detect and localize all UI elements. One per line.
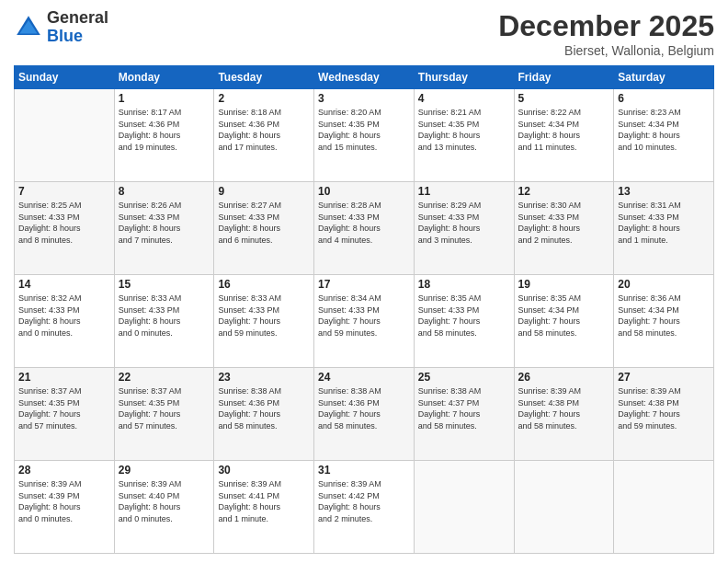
day-info: Sunrise: 8:26 AM Sunset: 4:33 PM Dayligh… [119, 200, 210, 246]
day-info: Sunrise: 8:39 AM Sunset: 4:38 PM Dayligh… [518, 385, 610, 431]
day-info: Sunrise: 8:17 AM Sunset: 4:36 PM Dayligh… [119, 107, 210, 153]
calendar-cell [15, 89, 115, 182]
column-header-saturday: Saturday [614, 66, 714, 89]
calendar-cell: 6Sunrise: 8:23 AM Sunset: 4:34 PM Daylig… [614, 89, 714, 182]
day-number: 13 [618, 185, 710, 198]
column-header-wednesday: Wednesday [314, 66, 415, 89]
day-number: 23 [218, 371, 310, 384]
calendar-cell: 29Sunrise: 8:39 AM Sunset: 4:40 PM Dayli… [114, 461, 214, 554]
day-info: Sunrise: 8:27 AM Sunset: 4:33 PM Dayligh… [218, 200, 310, 246]
calendar-cell: 16Sunrise: 8:33 AM Sunset: 4:33 PM Dayli… [214, 275, 314, 368]
calendar-cell: 2Sunrise: 8:18 AM Sunset: 4:36 PM Daylig… [214, 89, 314, 182]
day-number: 2 [218, 92, 310, 105]
day-number: 15 [119, 278, 210, 291]
calendar-cell: 28Sunrise: 8:39 AM Sunset: 4:39 PM Dayli… [15, 461, 115, 554]
day-info: Sunrise: 8:39 AM Sunset: 4:41 PM Dayligh… [218, 478, 310, 524]
day-info: Sunrise: 8:39 AM Sunset: 4:42 PM Dayligh… [318, 478, 410, 524]
day-number: 6 [618, 92, 710, 105]
day-info: Sunrise: 8:39 AM Sunset: 4:38 PM Dayligh… [618, 385, 710, 431]
day-info: Sunrise: 8:39 AM Sunset: 4:40 PM Dayligh… [119, 478, 210, 524]
logo: GeneralBlue [14, 9, 108, 46]
day-number: 28 [18, 464, 110, 477]
calendar-cell: 21Sunrise: 8:37 AM Sunset: 4:35 PM Dayli… [15, 368, 115, 461]
header: GeneralBlue December 2025 Bierset, Wallo… [14, 9, 714, 58]
calendar-cell: 18Sunrise: 8:35 AM Sunset: 4:33 PM Dayli… [414, 275, 514, 368]
calendar-cell: 31Sunrise: 8:39 AM Sunset: 4:42 PM Dayli… [314, 461, 415, 554]
calendar-cell: 27Sunrise: 8:39 AM Sunset: 4:38 PM Dayli… [614, 368, 714, 461]
calendar-cell [414, 461, 514, 554]
day-info: Sunrise: 8:34 AM Sunset: 4:33 PM Dayligh… [318, 293, 410, 339]
calendar-table: SundayMondayTuesdayWednesdayThursdayFrid… [14, 65, 714, 554]
calendar-cell: 26Sunrise: 8:39 AM Sunset: 4:38 PM Dayli… [514, 368, 614, 461]
day-info: Sunrise: 8:28 AM Sunset: 4:33 PM Dayligh… [318, 200, 410, 246]
day-number: 8 [119, 185, 210, 198]
calendar-cell: 12Sunrise: 8:30 AM Sunset: 4:33 PM Dayli… [514, 182, 614, 275]
location-subtitle: Bierset, Wallonia, Belgium [498, 43, 714, 58]
day-info: Sunrise: 8:33 AM Sunset: 4:33 PM Dayligh… [119, 293, 210, 339]
day-number: 20 [618, 278, 710, 291]
logo-text: GeneralBlue [47, 9, 108, 46]
day-number: 3 [318, 92, 410, 105]
calendar-cell: 23Sunrise: 8:38 AM Sunset: 4:36 PM Dayli… [214, 368, 314, 461]
day-info: Sunrise: 8:21 AM Sunset: 4:35 PM Dayligh… [418, 107, 510, 153]
column-header-sunday: Sunday [15, 66, 115, 89]
day-number: 5 [518, 92, 610, 105]
calendar-cell: 25Sunrise: 8:38 AM Sunset: 4:37 PM Dayli… [414, 368, 514, 461]
calendar-cell: 7Sunrise: 8:25 AM Sunset: 4:33 PM Daylig… [15, 182, 115, 275]
calendar-cell: 30Sunrise: 8:39 AM Sunset: 4:41 PM Dayli… [214, 461, 314, 554]
day-number: 7 [18, 185, 110, 198]
month-title: December 2025 [498, 9, 714, 43]
day-info: Sunrise: 8:37 AM Sunset: 4:35 PM Dayligh… [18, 385, 110, 431]
calendar-cell: 1Sunrise: 8:17 AM Sunset: 4:36 PM Daylig… [114, 89, 214, 182]
day-info: Sunrise: 8:35 AM Sunset: 4:34 PM Dayligh… [518, 293, 610, 339]
day-number: 12 [518, 185, 610, 198]
day-number: 18 [418, 278, 510, 291]
day-info: Sunrise: 8:22 AM Sunset: 4:34 PM Dayligh… [518, 107, 610, 153]
day-info: Sunrise: 8:37 AM Sunset: 4:35 PM Dayligh… [119, 385, 210, 431]
calendar-cell: 4Sunrise: 8:21 AM Sunset: 4:35 PM Daylig… [414, 89, 514, 182]
column-header-friday: Friday [514, 66, 614, 89]
day-number: 1 [119, 92, 210, 105]
column-header-tuesday: Tuesday [214, 66, 314, 89]
day-info: Sunrise: 8:29 AM Sunset: 4:33 PM Dayligh… [418, 200, 510, 246]
calendar-cell: 13Sunrise: 8:31 AM Sunset: 4:33 PM Dayli… [614, 182, 714, 275]
day-number: 10 [318, 185, 410, 198]
calendar-cell: 15Sunrise: 8:33 AM Sunset: 4:33 PM Dayli… [114, 275, 214, 368]
day-info: Sunrise: 8:20 AM Sunset: 4:35 PM Dayligh… [318, 107, 410, 153]
day-number: 17 [318, 278, 410, 291]
day-number: 24 [318, 371, 410, 384]
logo-wordmark: GeneralBlue [47, 9, 108, 46]
day-number: 31 [318, 464, 410, 477]
logo-icon [14, 13, 43, 42]
calendar-cell: 24Sunrise: 8:38 AM Sunset: 4:36 PM Dayli… [314, 368, 415, 461]
day-info: Sunrise: 8:23 AM Sunset: 4:34 PM Dayligh… [618, 107, 710, 153]
calendar-cell: 22Sunrise: 8:37 AM Sunset: 4:35 PM Dayli… [114, 368, 214, 461]
calendar-week-row: 14Sunrise: 8:32 AM Sunset: 4:33 PM Dayli… [15, 275, 714, 368]
calendar-week-row: 1Sunrise: 8:17 AM Sunset: 4:36 PM Daylig… [15, 89, 714, 182]
calendar-cell [514, 461, 614, 554]
calendar-header-row: SundayMondayTuesdayWednesdayThursdayFrid… [15, 66, 714, 89]
day-number: 26 [518, 371, 610, 384]
day-number: 4 [418, 92, 510, 105]
day-info: Sunrise: 8:33 AM Sunset: 4:33 PM Dayligh… [218, 293, 310, 339]
day-number: 25 [418, 371, 510, 384]
calendar-cell: 3Sunrise: 8:20 AM Sunset: 4:35 PM Daylig… [314, 89, 415, 182]
day-info: Sunrise: 8:32 AM Sunset: 4:33 PM Dayligh… [18, 293, 110, 339]
main-container: GeneralBlue December 2025 Bierset, Wallo… [0, 0, 728, 563]
day-number: 21 [18, 371, 110, 384]
day-info: Sunrise: 8:30 AM Sunset: 4:33 PM Dayligh… [518, 200, 610, 246]
calendar-cell: 9Sunrise: 8:27 AM Sunset: 4:33 PM Daylig… [214, 182, 314, 275]
calendar-cell: 17Sunrise: 8:34 AM Sunset: 4:33 PM Dayli… [314, 275, 415, 368]
calendar-cell: 10Sunrise: 8:28 AM Sunset: 4:33 PM Dayli… [314, 182, 415, 275]
day-number: 11 [418, 185, 510, 198]
day-number: 19 [518, 278, 610, 291]
day-number: 9 [218, 185, 310, 198]
calendar-cell: 19Sunrise: 8:35 AM Sunset: 4:34 PM Dayli… [514, 275, 614, 368]
day-info: Sunrise: 8:38 AM Sunset: 4:36 PM Dayligh… [318, 385, 410, 431]
day-number: 16 [218, 278, 310, 291]
day-number: 27 [618, 371, 710, 384]
day-number: 29 [119, 464, 210, 477]
day-info: Sunrise: 8:25 AM Sunset: 4:33 PM Dayligh… [18, 200, 110, 246]
calendar-cell: 20Sunrise: 8:36 AM Sunset: 4:34 PM Dayli… [614, 275, 714, 368]
day-number: 14 [18, 278, 110, 291]
